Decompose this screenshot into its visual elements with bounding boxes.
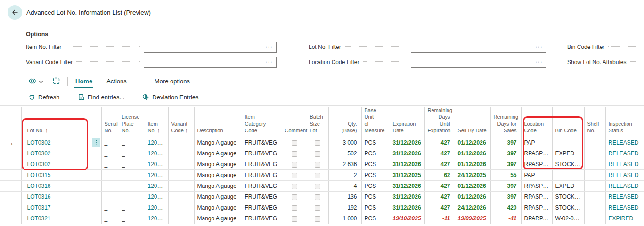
cell-inspection-status[interactable]: RELEASED <box>605 170 644 181</box>
comment-checkbox[interactable] <box>292 216 297 222</box>
cell-comment[interactable] <box>282 202 307 213</box>
cell-expiration-date[interactable]: 31/12/2026 <box>390 137 424 148</box>
variant-code-filter-input[interactable] <box>144 57 263 67</box>
cell-text[interactable]: LOT0317 <box>27 204 51 211</box>
lookup-icon[interactable]: ··· <box>263 58 276 66</box>
cell-sell-by-date[interactable]: 01/12/2026 <box>455 192 490 202</box>
cell-base-uom[interactable]: PCS <box>361 148 390 159</box>
cell-serial-no[interactable]: _ <box>101 148 119 159</box>
cell-sell-by-date[interactable]: 24/12/2025 <box>455 170 490 181</box>
column-header-lot-no[interactable]: Lot No. ↑ <box>21 107 101 137</box>
cell-expiration-date[interactable]: 31/12/2026 <box>390 148 424 159</box>
cell-variant-code[interactable] <box>168 137 194 148</box>
cell-shelf-no[interactable] <box>584 170 605 181</box>
cell-inspection-status[interactable]: RELEASED <box>605 181 644 192</box>
table-row[interactable]: LOT0302__120001Mango A gaugeFRUIT&VEG502… <box>0 148 644 159</box>
cell-shelf-no[interactable] <box>584 181 605 192</box>
cell-variant-code[interactable] <box>168 181 194 192</box>
cell-serial-no[interactable]: _ <box>101 192 119 202</box>
cell-text[interactable]: LOT0302 <box>27 139 51 146</box>
cell-expiration-date[interactable]: 31/12/2026 <box>390 181 424 192</box>
cell-item-no[interactable]: 120001 <box>145 148 168 159</box>
cell-rem-days-expiration[interactable]: -11 <box>424 213 455 224</box>
lookup-icon[interactable]: ··· <box>533 58 546 66</box>
cell-batch-size-lot[interactable] <box>307 202 328 213</box>
cell-batch-size-lot[interactable] <box>307 137 328 148</box>
cell-bin-code[interactable]: STOCK001 <box>552 202 584 213</box>
comment-checkbox[interactable] <box>292 162 297 168</box>
tab-home[interactable]: Home <box>74 76 93 88</box>
cell-lot-no[interactable]: LOT0316 <box>21 181 101 192</box>
cell-text[interactable]: LOT0315 <box>27 172 51 178</box>
column-header-serial-no[interactable]: Serial No. <box>101 107 119 137</box>
row-indicator[interactable] <box>0 192 21 202</box>
cell-rem-days-sales[interactable]: 55 <box>490 170 521 181</box>
cell-base-uom[interactable]: PCS <box>361 192 390 202</box>
cell-expiration-date[interactable]: 31/12/2026 <box>390 202 424 213</box>
cell-sell-by-date[interactable]: 01/12/2026 <box>455 159 490 170</box>
lookup-icon[interactable]: ··· <box>533 43 546 51</box>
cell-variant-code[interactable] <box>168 202 194 213</box>
cell-item-no[interactable]: 120001 <box>145 202 168 213</box>
cell-text[interactable]: LOT0302 <box>27 150 51 157</box>
cell-license-plate-no[interactable]: _ <box>119 192 145 202</box>
cell-batch-size-lot[interactable] <box>307 213 328 224</box>
column-header-inspection-status[interactable]: Inspection Status <box>605 107 644 137</box>
batch-size-lot-checkbox[interactable] <box>315 216 320 222</box>
cell-comment[interactable] <box>282 137 307 148</box>
column-header-variant-code[interactable]: Variant Code ↑ <box>168 107 194 137</box>
column-header-license-plate-no[interactable]: License Plate No. <box>119 107 145 137</box>
cell-item-category-code[interactable]: FRUIT&VEG <box>242 148 282 159</box>
row-indicator[interactable] <box>0 159 21 170</box>
cell-location-code[interactable]: DPARPA... <box>521 213 552 224</box>
cell-lot-no[interactable]: LOT0302 <box>21 148 101 159</box>
batch-size-lot-checkbox[interactable] <box>315 162 320 168</box>
cell-base-uom[interactable]: PCS <box>361 170 390 181</box>
lookup-icon[interactable]: ··· <box>263 43 276 51</box>
cell-bin-code[interactable]: W-02-0001 <box>552 213 584 224</box>
cell-base-uom[interactable]: PCS <box>361 181 390 192</box>
cell-item-no[interactable]: 120001 <box>145 181 168 192</box>
cell-qty-base[interactable]: 2 636 <box>328 159 361 170</box>
column-header-shelf-no[interactable]: Shelf No. <box>584 107 605 137</box>
cell-item-category-code[interactable]: FRUIT&VEG <box>242 170 282 181</box>
deviation-entries-button[interactable]: Deviation Entries <box>141 92 199 103</box>
cell-shelf-no[interactable] <box>584 159 605 170</box>
cell-rem-days-sales[interactable]: 397 <box>490 148 521 159</box>
cell-qty-base[interactable]: 136 <box>328 192 361 202</box>
cell-rem-days-sales[interactable]: 420 <box>490 202 521 213</box>
cell-batch-size-lot[interactable] <box>307 159 328 170</box>
cell-sell-by-date[interactable]: 24/12/2026 <box>455 202 490 213</box>
cell-rem-days-sales[interactable]: 397 <box>490 192 521 202</box>
cell-bin-code[interactable] <box>552 170 584 181</box>
cell-variant-code[interactable] <box>168 192 194 202</box>
column-header-base-uom[interactable]: Base Unit of Measure <box>361 107 390 137</box>
cell-serial-no[interactable]: _ <box>101 137 119 148</box>
cell-comment[interactable] <box>282 148 307 159</box>
cell-text[interactable]: 120001 <box>148 150 167 157</box>
cell-location-code[interactable]: PAP <box>521 170 552 181</box>
column-header-location-code[interactable]: Location Code <box>521 107 552 137</box>
cell-license-plate-no[interactable]: _ <box>119 181 145 192</box>
refresh-button[interactable]: Refresh <box>27 92 61 103</box>
table-row[interactable]: LOT0302__120001Mango A gaugeFRUIT&VEG2 6… <box>0 159 644 170</box>
cell-expiration-date[interactable]: 31/12/2026 <box>390 159 424 170</box>
cell-lot-no[interactable]: LOT0317 <box>21 202 101 213</box>
cell-batch-size-lot[interactable] <box>307 148 328 159</box>
cell-text[interactable]: 120001 <box>148 204 167 211</box>
cell-location-code[interactable]: RPASPBM <box>521 192 552 202</box>
column-header-expiration-date[interactable]: Expiration Date <box>390 107 424 137</box>
cell-sell-by-date[interactable]: 01/12/2026 <box>455 137 490 148</box>
cell-license-plate-no[interactable]: _ <box>119 213 145 224</box>
cell-bin-code[interactable]: STOCK001 <box>552 159 584 170</box>
cell-serial-no[interactable]: _ <box>101 170 119 181</box>
cell-description[interactable]: Mango A gauge <box>194 137 242 148</box>
cell-rem-days-sales[interactable]: 397 <box>490 181 521 192</box>
batch-size-lot-checkbox[interactable] <box>315 205 320 211</box>
comment-checkbox[interactable] <box>292 140 297 146</box>
cell-qty-base[interactable]: 1 000 <box>328 213 361 224</box>
cell-qty-base[interactable]: 4 <box>328 181 361 192</box>
cell-lot-no[interactable]: LOT0302 <box>21 159 101 170</box>
row-indicator[interactable] <box>0 148 21 159</box>
cell-inspection-status[interactable]: RELEASED <box>605 192 644 202</box>
